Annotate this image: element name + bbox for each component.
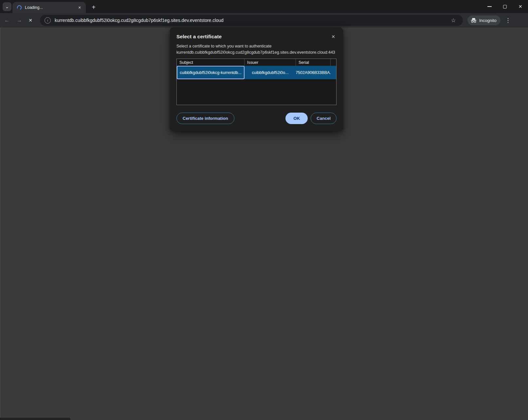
close-icon: ✕ [78,6,81,10]
plus-icon: + [92,4,96,11]
minimize-icon [487,6,492,7]
tab-search-button[interactable]: ⌄ [3,2,11,11]
stop-icon: ✕ [28,18,32,23]
close-icon: ✕ [519,4,522,9]
active-tab[interactable]: Loading... ✕ [12,2,86,13]
close-icon: ✕ [331,34,335,39]
certificate-information-button[interactable]: Certificate information [176,113,234,124]
incognito-badge: Incognito [467,15,501,25]
window-left-edge [0,27,0,420]
column-header-serial: Serial [296,59,331,66]
forward-arrow-icon: → [17,17,22,23]
cell-serial[interactable]: 07502A906B33BBA... [296,66,331,79]
browser-menu-button[interactable]: ⋮ [503,15,513,25]
chevron-down-icon: ⌄ [5,4,9,9]
back-arrow-icon: ← [4,17,9,23]
address-bar[interactable]: i kurrentdb.cuibbfkgdubf52i0okcg.cud2g8c… [40,15,463,26]
cell-spacer [331,66,336,79]
window-close-button[interactable]: ✕ [513,0,528,13]
star-icon: ☆ [451,17,456,24]
dialog-title: Select a certificate [176,34,337,40]
status-bubble [0,418,70,420]
dialog-actions: Certificate information OK Cancel [176,113,337,124]
cell-issuer[interactable]: cuibbfkgdubf52i0o... [245,66,296,79]
incognito-label: Incognito [479,18,497,23]
dialog-description: Select a certificate to which you want t… [176,43,337,49]
certificate-table-empty-area [177,79,336,105]
loading-spinner-icon [16,5,22,10]
minimize-button[interactable] [482,0,497,13]
ok-button[interactable]: OK [285,113,308,124]
window-controls: ✕ [482,0,528,13]
maximize-icon [503,5,507,9]
dialog-close-button[interactable]: ✕ [330,33,337,40]
tab-title: Loading... [25,5,77,10]
url-text[interactable]: kurrentdb.cuibbfkgdubf52i0okcg.cud2g8cgd… [55,18,224,23]
certificate-table: Subject Issuer Serial cuibbfkgdubf52i0ok… [176,59,337,105]
certificate-row-selected[interactable]: cuibbfkgdubf52i0okcg-kurrentdb... cuibbf… [177,66,336,79]
browser-window: ⌄ Loading... ✕ + ✕ ← [0,0,528,420]
dialog-host: kurrentdb.cuibbfkgdubf52i0okcg.cud2g8cgd… [176,49,337,56]
column-header-issuer: Issuer [245,59,296,66]
bookmark-button[interactable]: ☆ [448,15,458,25]
cell-subject[interactable]: cuibbfkgdubf52i0okcg-kurrentdb... [177,66,245,79]
cancel-button[interactable]: Cancel [311,113,337,124]
back-button[interactable]: ← [1,15,12,26]
tab-close-button[interactable]: ✕ [77,5,82,10]
stop-loading-button[interactable]: ✕ [25,15,36,26]
browser-toolbar: ← → ✕ i kurrentdb.cuibbfkgdubf52i0okcg.c… [0,13,528,27]
column-header-subject: Subject [177,59,245,66]
certificate-table-header: Subject Issuer Serial [177,59,336,66]
new-tab-button[interactable]: + [89,3,98,12]
site-info-icon[interactable]: i [45,17,51,24]
three-dot-menu-icon: ⋮ [505,17,511,24]
maximize-button[interactable] [497,0,513,13]
info-glyph: i [47,18,48,22]
certificate-dialog: Select a certificate ✕ Select a certific… [170,27,343,131]
forward-button[interactable]: → [14,15,25,26]
column-header-spacer [331,59,336,66]
incognito-icon [470,18,477,23]
tab-strip: ⌄ Loading... ✕ + ✕ [0,0,528,13]
